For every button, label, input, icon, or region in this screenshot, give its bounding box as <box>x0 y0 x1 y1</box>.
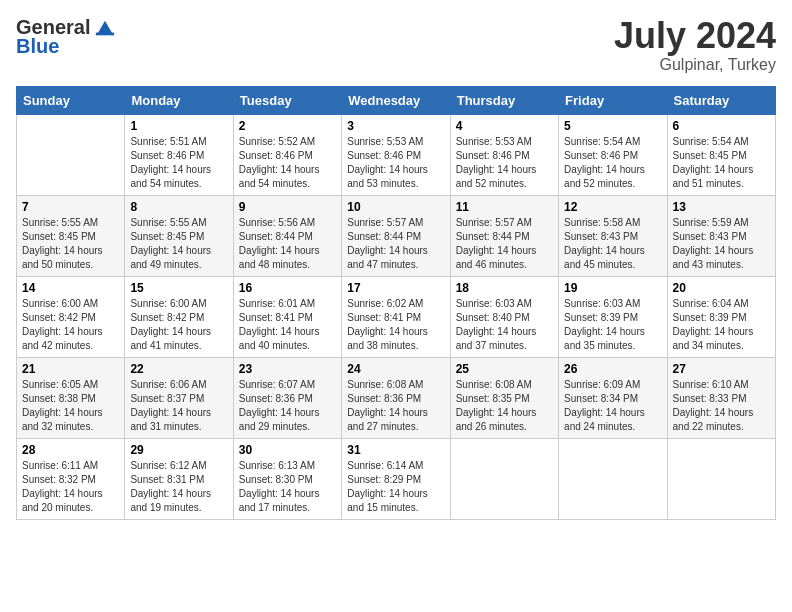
weekday-header: Monday <box>125 86 233 114</box>
day-number: 27 <box>673 362 770 376</box>
day-number: 9 <box>239 200 336 214</box>
day-number: 25 <box>456 362 553 376</box>
calendar-cell: 9 Sunrise: 5:56 AM Sunset: 8:44 PM Dayli… <box>233 195 341 276</box>
calendar-cell: 21 Sunrise: 6:05 AM Sunset: 8:38 PM Dayl… <box>17 357 125 438</box>
day-info: Sunrise: 6:06 AM Sunset: 8:37 PM Dayligh… <box>130 378 227 434</box>
calendar-cell: 7 Sunrise: 5:55 AM Sunset: 8:45 PM Dayli… <box>17 195 125 276</box>
day-number: 21 <box>22 362 119 376</box>
day-number: 15 <box>130 281 227 295</box>
weekday-header: Wednesday <box>342 86 450 114</box>
calendar-cell: 30 Sunrise: 6:13 AM Sunset: 8:30 PM Dayl… <box>233 438 341 519</box>
day-info: Sunrise: 5:54 AM Sunset: 8:45 PM Dayligh… <box>673 135 770 191</box>
day-number: 17 <box>347 281 444 295</box>
day-info: Sunrise: 6:08 AM Sunset: 8:35 PM Dayligh… <box>456 378 553 434</box>
calendar-week-row: 21 Sunrise: 6:05 AM Sunset: 8:38 PM Dayl… <box>17 357 776 438</box>
calendar-cell: 27 Sunrise: 6:10 AM Sunset: 8:33 PM Dayl… <box>667 357 775 438</box>
day-info: Sunrise: 5:54 AM Sunset: 8:46 PM Dayligh… <box>564 135 661 191</box>
day-number: 31 <box>347 443 444 457</box>
day-number: 19 <box>564 281 661 295</box>
day-number: 16 <box>239 281 336 295</box>
day-number: 14 <box>22 281 119 295</box>
svg-rect-1 <box>96 32 114 35</box>
day-number: 1 <box>130 119 227 133</box>
day-info: Sunrise: 5:55 AM Sunset: 8:45 PM Dayligh… <box>22 216 119 272</box>
title-section: July 2024 Gulpinar, Turkey <box>614 16 776 74</box>
day-info: Sunrise: 5:55 AM Sunset: 8:45 PM Dayligh… <box>130 216 227 272</box>
calendar-cell: 8 Sunrise: 5:55 AM Sunset: 8:45 PM Dayli… <box>125 195 233 276</box>
calendar-cell: 25 Sunrise: 6:08 AM Sunset: 8:35 PM Dayl… <box>450 357 558 438</box>
day-info: Sunrise: 5:53 AM Sunset: 8:46 PM Dayligh… <box>347 135 444 191</box>
day-number: 12 <box>564 200 661 214</box>
day-number: 6 <box>673 119 770 133</box>
day-number: 28 <box>22 443 119 457</box>
day-info: Sunrise: 6:05 AM Sunset: 8:38 PM Dayligh… <box>22 378 119 434</box>
day-number: 23 <box>239 362 336 376</box>
day-number: 2 <box>239 119 336 133</box>
calendar-cell: 24 Sunrise: 6:08 AM Sunset: 8:36 PM Dayl… <box>342 357 450 438</box>
day-number: 30 <box>239 443 336 457</box>
calendar-cell: 14 Sunrise: 6:00 AM Sunset: 8:42 PM Dayl… <box>17 276 125 357</box>
calendar-body: 1 Sunrise: 5:51 AM Sunset: 8:46 PM Dayli… <box>17 114 776 519</box>
day-info: Sunrise: 5:53 AM Sunset: 8:46 PM Dayligh… <box>456 135 553 191</box>
calendar-cell: 1 Sunrise: 5:51 AM Sunset: 8:46 PM Dayli… <box>125 114 233 195</box>
calendar-week-row: 14 Sunrise: 6:00 AM Sunset: 8:42 PM Dayl… <box>17 276 776 357</box>
day-number: 26 <box>564 362 661 376</box>
day-info: Sunrise: 6:11 AM Sunset: 8:32 PM Dayligh… <box>22 459 119 515</box>
day-number: 13 <box>673 200 770 214</box>
calendar-cell: 16 Sunrise: 6:01 AM Sunset: 8:41 PM Dayl… <box>233 276 341 357</box>
day-info: Sunrise: 6:04 AM Sunset: 8:39 PM Dayligh… <box>673 297 770 353</box>
svg-marker-0 <box>98 20 113 33</box>
calendar-cell: 26 Sunrise: 6:09 AM Sunset: 8:34 PM Dayl… <box>559 357 667 438</box>
day-info: Sunrise: 6:09 AM Sunset: 8:34 PM Dayligh… <box>564 378 661 434</box>
calendar-cell: 10 Sunrise: 5:57 AM Sunset: 8:44 PM Dayl… <box>342 195 450 276</box>
calendar-week-row: 7 Sunrise: 5:55 AM Sunset: 8:45 PM Dayli… <box>17 195 776 276</box>
day-number: 29 <box>130 443 227 457</box>
day-number: 7 <box>22 200 119 214</box>
day-info: Sunrise: 5:57 AM Sunset: 8:44 PM Dayligh… <box>456 216 553 272</box>
weekday-header: Saturday <box>667 86 775 114</box>
calendar-cell: 20 Sunrise: 6:04 AM Sunset: 8:39 PM Dayl… <box>667 276 775 357</box>
calendar-cell: 12 Sunrise: 5:58 AM Sunset: 8:43 PM Dayl… <box>559 195 667 276</box>
calendar-cell: 23 Sunrise: 6:07 AM Sunset: 8:36 PM Dayl… <box>233 357 341 438</box>
calendar-cell: 6 Sunrise: 5:54 AM Sunset: 8:45 PM Dayli… <box>667 114 775 195</box>
day-number: 22 <box>130 362 227 376</box>
calendar-cell: 3 Sunrise: 5:53 AM Sunset: 8:46 PM Dayli… <box>342 114 450 195</box>
day-info: Sunrise: 6:07 AM Sunset: 8:36 PM Dayligh… <box>239 378 336 434</box>
day-info: Sunrise: 6:13 AM Sunset: 8:30 PM Dayligh… <box>239 459 336 515</box>
day-info: Sunrise: 6:00 AM Sunset: 8:42 PM Dayligh… <box>130 297 227 353</box>
day-info: Sunrise: 6:14 AM Sunset: 8:29 PM Dayligh… <box>347 459 444 515</box>
calendar-cell: 19 Sunrise: 6:03 AM Sunset: 8:39 PM Dayl… <box>559 276 667 357</box>
day-info: Sunrise: 6:00 AM Sunset: 8:42 PM Dayligh… <box>22 297 119 353</box>
calendar-cell: 2 Sunrise: 5:52 AM Sunset: 8:46 PM Dayli… <box>233 114 341 195</box>
day-number: 24 <box>347 362 444 376</box>
day-number: 8 <box>130 200 227 214</box>
calendar-cell <box>667 438 775 519</box>
day-info: Sunrise: 5:52 AM Sunset: 8:46 PM Dayligh… <box>239 135 336 191</box>
day-number: 3 <box>347 119 444 133</box>
logo-blue: Blue <box>16 35 59 58</box>
day-number: 20 <box>673 281 770 295</box>
calendar-cell: 29 Sunrise: 6:12 AM Sunset: 8:31 PM Dayl… <box>125 438 233 519</box>
weekday-header: Thursday <box>450 86 558 114</box>
weekday-header: Friday <box>559 86 667 114</box>
day-info: Sunrise: 5:57 AM Sunset: 8:44 PM Dayligh… <box>347 216 444 272</box>
day-info: Sunrise: 6:12 AM Sunset: 8:31 PM Dayligh… <box>130 459 227 515</box>
calendar-cell <box>17 114 125 195</box>
calendar-cell: 15 Sunrise: 6:00 AM Sunset: 8:42 PM Dayl… <box>125 276 233 357</box>
logo: General Blue <box>16 16 116 58</box>
calendar-cell: 18 Sunrise: 6:03 AM Sunset: 8:40 PM Dayl… <box>450 276 558 357</box>
calendar-header-row: SundayMondayTuesdayWednesdayThursdayFrid… <box>17 86 776 114</box>
day-info: Sunrise: 6:10 AM Sunset: 8:33 PM Dayligh… <box>673 378 770 434</box>
day-number: 5 <box>564 119 661 133</box>
calendar-cell: 22 Sunrise: 6:06 AM Sunset: 8:37 PM Dayl… <box>125 357 233 438</box>
calendar-week-row: 1 Sunrise: 5:51 AM Sunset: 8:46 PM Dayli… <box>17 114 776 195</box>
logo-icon <box>94 17 116 39</box>
calendar-cell <box>450 438 558 519</box>
weekday-header: Tuesday <box>233 86 341 114</box>
month-year: July 2024 <box>614 16 776 56</box>
calendar-cell: 5 Sunrise: 5:54 AM Sunset: 8:46 PM Dayli… <box>559 114 667 195</box>
day-number: 10 <box>347 200 444 214</box>
day-info: Sunrise: 6:08 AM Sunset: 8:36 PM Dayligh… <box>347 378 444 434</box>
calendar-cell <box>559 438 667 519</box>
calendar-cell: 11 Sunrise: 5:57 AM Sunset: 8:44 PM Dayl… <box>450 195 558 276</box>
